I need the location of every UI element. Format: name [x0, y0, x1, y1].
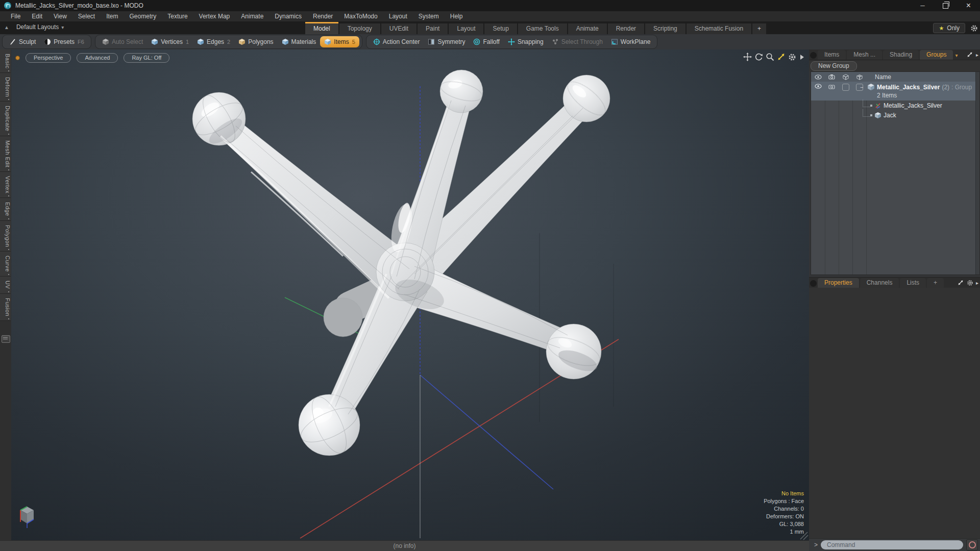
tab-animate[interactable]: Animate [568, 23, 607, 34]
viewport-handle-dot[interactable] [15, 56, 20, 60]
tab-setup[interactable]: Setup [484, 23, 517, 34]
menu-maxtomodo[interactable]: MaxToModo [338, 11, 383, 21]
tab-layout[interactable]: Layout [449, 23, 483, 34]
toolbox-tab-polygon[interactable]: Polygon [0, 221, 11, 252]
collapse-toggle[interactable]: − [860, 84, 865, 90]
minimize-button[interactable]: ─ [911, 0, 934, 11]
visibility-eye-icon[interactable] [815, 74, 822, 80]
tab-mesh-ops[interactable]: Mesh ... [847, 50, 882, 60]
expand-panel-icon[interactable] [966, 51, 973, 58]
presets-button[interactable]: Presets F6 [40, 36, 88, 47]
palette-icon[interactable] [2, 335, 10, 343]
expand-panel-icon[interactable] [957, 279, 964, 286]
new-group-button[interactable]: New Group [811, 61, 857, 71]
tree-row-material[interactable]: Metallic_Jacks_Silver [811, 101, 976, 110]
menu-view[interactable]: View [48, 11, 72, 21]
tab-topology[interactable]: Topology [339, 23, 380, 34]
tree-row-mesh[interactable]: Jack [811, 110, 976, 120]
macro-record-button[interactable] [966, 539, 978, 550]
viewport-3d[interactable]: Perspective Advanced Ray GL: Off [11, 49, 809, 541]
toolbox-tab-uv[interactable]: UV [0, 277, 11, 293]
tree-scrollbar[interactable] [975, 72, 979, 274]
maximize-button[interactable] [934, 0, 957, 11]
zoom-icon[interactable] [766, 53, 774, 61]
visibility-eye-icon[interactable] [815, 84, 822, 89]
falloff-button[interactable]: Falloff [469, 36, 503, 47]
panel-arrow-icon[interactable]: ▸ [976, 280, 978, 286]
chevron-down-icon[interactable]: ▾ [955, 53, 958, 58]
menu-edit[interactable]: Edit [26, 11, 48, 21]
command-input[interactable] [821, 540, 963, 549]
toolbox-tab-deform[interactable]: Deform [0, 73, 11, 102]
menu-select[interactable]: Select [72, 11, 101, 21]
vertices-button[interactable]: Vertices 1 [147, 36, 193, 47]
viewport-settings-gear-icon[interactable] [788, 53, 796, 61]
tab-render[interactable]: Render [608, 23, 644, 34]
select-cube-icon[interactable] [856, 74, 863, 80]
raygl-button[interactable]: Ray GL: Off [124, 53, 169, 63]
default-layouts-dropdown[interactable]: Default Layouts ▾ [16, 23, 64, 31]
menu-help[interactable]: Help [445, 11, 469, 21]
menu-file[interactable]: File [5, 11, 26, 21]
toolbox-tab-vertex[interactable]: Vertex [0, 172, 11, 198]
checkbox[interactable] [842, 84, 849, 91]
tab-scripting[interactable]: Scripting [645, 23, 685, 34]
panel-corner-notch[interactable] [810, 52, 817, 59]
gear-icon[interactable] [970, 24, 978, 32]
layout-up-arrow-icon[interactable]: ▲ [4, 24, 9, 30]
tab-game-tools[interactable]: Game Tools [518, 23, 567, 34]
tab-schematic-fusion[interactable]: Schematic Fusion [687, 23, 751, 34]
viewport-more-arrow-icon[interactable] [799, 54, 805, 61]
tab-properties[interactable]: Properties [818, 278, 859, 288]
only-toggle-button[interactable]: ★ Only [933, 23, 965, 33]
perspective-button[interactable]: Perspective [26, 53, 71, 63]
panel-arrow-icon[interactable]: ▸ [976, 52, 978, 58]
snapping-button[interactable]: Snapping [504, 36, 548, 47]
shading-mode-button[interactable]: Advanced [77, 53, 118, 63]
menu-render[interactable]: Render [307, 11, 338, 21]
toolbox-tab-fusion[interactable]: Fusion [0, 294, 11, 321]
tab-groups[interactable]: Groups [920, 50, 953, 60]
workplane-button[interactable]: WorkPlane [607, 36, 654, 47]
toolbox-tab-basic[interactable]: Basic [0, 49, 11, 73]
menu-vertex-map[interactable]: Vertex Map [193, 11, 236, 21]
panel-corner-notch[interactable] [810, 280, 817, 287]
tab-items[interactable]: Items [818, 50, 846, 60]
menu-geometry[interactable]: Geometry [124, 11, 162, 21]
menu-system[interactable]: System [413, 11, 445, 21]
toolbox-tab-curve[interactable]: Curve [0, 252, 11, 277]
items-button[interactable]: Items 5 [320, 36, 359, 47]
close-button[interactable]: × [957, 0, 980, 11]
add-layout-tab-button[interactable]: + [752, 23, 766, 34]
polygons-button[interactable]: Polygons [234, 36, 277, 47]
toolbox-tab-edge[interactable]: Edge [0, 198, 11, 221]
pan-icon[interactable] [743, 53, 752, 61]
menu-texture[interactable]: Texture [162, 11, 193, 21]
materials-button[interactable]: Materials [278, 36, 321, 47]
menu-item[interactable]: Item [101, 11, 124, 21]
select-through-button[interactable]: Select Through [548, 36, 607, 47]
lock-cube-icon[interactable] [843, 74, 849, 80]
render-camera-icon[interactable] [828, 84, 835, 89]
maximize-viewport-icon[interactable] [777, 53, 786, 61]
tab-paint[interactable]: Paint [418, 23, 448, 34]
gear-icon[interactable] [967, 280, 973, 286]
tab-channels[interactable]: Channels [860, 278, 899, 288]
symmetry-button[interactable]: Symmetry [424, 36, 469, 47]
auto-select-button[interactable]: Auto Select [98, 36, 147, 47]
menu-animate[interactable]: Animate [235, 11, 269, 21]
render-camera-icon[interactable] [828, 74, 835, 80]
tree-row-group-root[interactable]: − Metallic_Jacks_Silver (2) : Group 2 It… [811, 82, 976, 101]
tab-shading[interactable]: Shading [883, 50, 919, 60]
menu-layout[interactable]: Layout [383, 11, 413, 21]
toolbox-tab-duplicate[interactable]: Duplicate [0, 102, 11, 136]
tab-model[interactable]: Model [305, 23, 338, 34]
name-column-header[interactable]: Name [866, 73, 891, 81]
tab-uvedit[interactable]: UVEdit [381, 23, 416, 34]
action-center-button[interactable]: Action Center [369, 36, 424, 47]
menu-dynamics[interactable]: Dynamics [269, 11, 307, 21]
edges-button[interactable]: Edges 2 [193, 36, 234, 47]
add-tab-button[interactable]: + [927, 278, 944, 288]
rotate-icon[interactable] [754, 53, 763, 61]
sculpt-button[interactable]: Sculpt [5, 36, 40, 47]
